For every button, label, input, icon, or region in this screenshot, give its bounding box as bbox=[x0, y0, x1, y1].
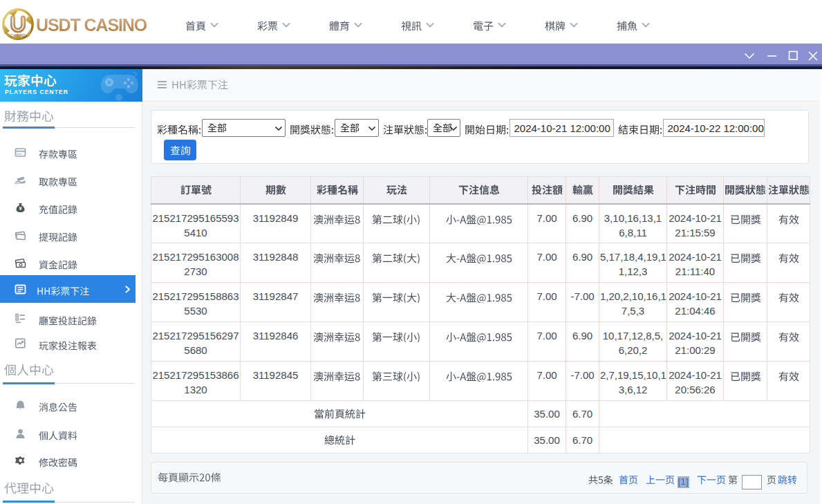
svg-text:CASINO: CASINO bbox=[10, 33, 26, 37]
